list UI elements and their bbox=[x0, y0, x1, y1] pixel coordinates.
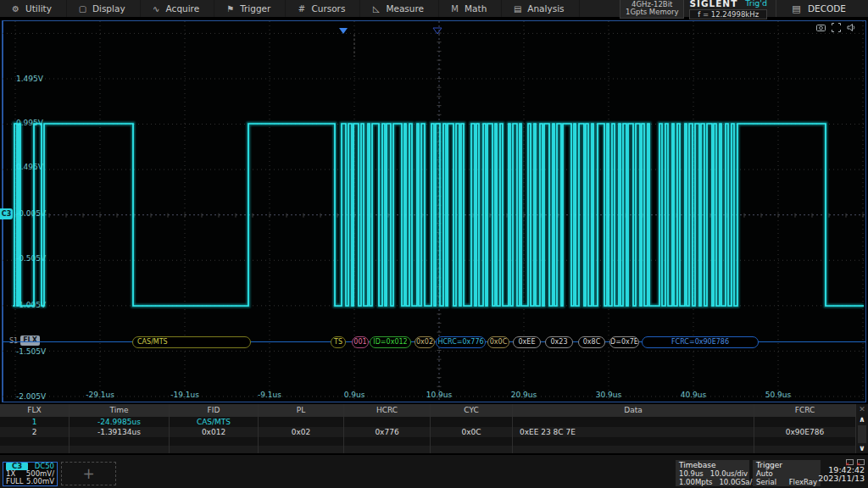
channel-descriptor-box[interactable]: C3 DC50 1X 500mV/ FULL 5.00mV bbox=[3, 462, 58, 486]
spec-box: 4GHz-12Bit 1Gpts Memory bbox=[620, 0, 684, 19]
cursors-icon: # bbox=[297, 4, 306, 14]
timebase-box[interactable]: Timebase 10.9us 10.0us/div 1.00Mpts 10.0… bbox=[676, 460, 749, 486]
column-header: FLX bbox=[0, 404, 70, 417]
table-cell: -1.39134us bbox=[70, 427, 170, 437]
time-label: 50.9us bbox=[765, 391, 792, 399]
column-header: FCRC bbox=[754, 404, 856, 417]
column-header: Time bbox=[70, 404, 170, 417]
analysis-icon: ▤ bbox=[513, 4, 522, 14]
table-cell: 0xEE 23 8C 7E bbox=[513, 427, 754, 437]
decode-button[interactable]: ▤ DECODE bbox=[776, 0, 868, 17]
add-channel-box[interactable]: + bbox=[61, 462, 116, 485]
menu-item-measure[interactable]: ◺Measure bbox=[360, 0, 439, 17]
menu-item-label: Measure bbox=[386, 3, 424, 14]
table-cell bbox=[344, 437, 431, 446]
camera-icon[interactable] bbox=[816, 23, 826, 32]
bus-segment: FCRC=0x90E786 bbox=[642, 336, 759, 348]
memory-depth: 1.00Mpts bbox=[679, 478, 712, 486]
decode-table: FLXTimeFIDPLHCRCCYCDataFCRC1-24.9985usCA… bbox=[0, 404, 868, 453]
table-cell bbox=[344, 417, 431, 427]
topbar-right: 4GHz-12Bit 1Gpts Memory SIGLENT Trig'd f… bbox=[620, 0, 868, 17]
bus-segment: CAS/MTS bbox=[132, 336, 251, 348]
speaker-icon[interactable] bbox=[847, 23, 856, 32]
timebase-scale: 10.0us/div bbox=[710, 469, 748, 478]
table-cell bbox=[344, 446, 431, 454]
channel-bandwidth: FULL bbox=[6, 478, 24, 485]
table-cell bbox=[513, 437, 754, 446]
clipboard-icon: ▤ bbox=[792, 3, 801, 14]
table-cell bbox=[754, 437, 856, 446]
column-header: HCRC bbox=[344, 404, 431, 417]
table-cell: 0x90E786 bbox=[754, 427, 856, 437]
table-header-row: FLXTimeFIDPLHCRCCYCDataFCRC bbox=[0, 404, 856, 417]
bus-segment: HCRC=0x776 bbox=[436, 336, 486, 348]
bus-segment: D=0x7E bbox=[609, 336, 639, 348]
brand-logo: SIGLENT bbox=[689, 0, 737, 8]
bus-segment: 0x02 bbox=[415, 336, 435, 348]
status-bar: C3 DC50 1X 500mV/ FULL 5.00mV + Timebase… bbox=[0, 454, 868, 488]
table-cell bbox=[259, 417, 344, 427]
table-cell: 0x0C bbox=[431, 427, 513, 437]
table-cell: 0x012 bbox=[170, 427, 259, 437]
bus-segment: 0xEE bbox=[513, 336, 541, 348]
display-icon: ▢ bbox=[78, 4, 87, 14]
timebase-delay: 10.9us bbox=[679, 469, 704, 478]
table-row[interactable]: 2-1.39134us0x0120x020x7760x0C0xEE 23 8C … bbox=[0, 427, 856, 437]
gear-icon: ⚙ bbox=[11, 4, 20, 14]
table-cell: 0x02 bbox=[259, 427, 344, 437]
time-label: 0.9us bbox=[344, 391, 365, 399]
table-cell bbox=[0, 437, 70, 446]
menu-item-display[interactable]: ▢Display bbox=[67, 0, 141, 17]
menu-item-label: Cursors bbox=[311, 3, 345, 14]
scroll-track[interactable] bbox=[858, 425, 866, 443]
acquire-icon: ∿ bbox=[152, 4, 161, 14]
table-cell bbox=[170, 437, 259, 446]
bus-segment: TS bbox=[331, 336, 346, 348]
lan-icon[interactable] bbox=[846, 459, 854, 465]
menu-item-utility[interactable]: ⚙Utility bbox=[0, 0, 67, 17]
scroll-down-icon[interactable]: ∨ bbox=[859, 444, 865, 453]
scroll-up-icon[interactable]: ∧ bbox=[859, 415, 865, 424]
time-label: 20.9us bbox=[511, 391, 537, 399]
table-cell bbox=[70, 437, 170, 446]
menu-item-analysis[interactable]: ▤Analysis bbox=[502, 0, 579, 17]
voltage-label: -1.505V bbox=[16, 347, 47, 356]
table-row[interactable] bbox=[0, 446, 856, 454]
table-cell: 0x776 bbox=[344, 427, 431, 437]
table-row[interactable] bbox=[0, 437, 856, 446]
table-cell bbox=[259, 446, 344, 454]
menu-item-label: Analysis bbox=[527, 3, 564, 14]
lan-icon[interactable] bbox=[857, 459, 865, 465]
clock: 19:42:42 2023/11/13 bbox=[807, 459, 865, 483]
sample-rate: 10.0GSa/s bbox=[719, 478, 755, 486]
menu-item-cursors[interactable]: #Cursors bbox=[286, 0, 360, 17]
channel-offset-badge[interactable]: C3 bbox=[0, 208, 13, 219]
spec-line-2: 1Gpts Memory bbox=[626, 8, 678, 17]
menu-item-acquire[interactable]: ∿Acquire bbox=[141, 0, 215, 17]
menu-item-trigger[interactable]: ⚑Trigger bbox=[214, 0, 286, 17]
time-label: 30.9us bbox=[596, 391, 622, 399]
menu-item-label: Trigger bbox=[240, 3, 270, 14]
brand-box: SIGLENT Trig'd f = 12.24998kHz bbox=[689, 0, 767, 19]
table-cell bbox=[754, 417, 856, 427]
table-cell: 1 bbox=[0, 417, 70, 427]
table-cell: -24.9985us bbox=[70, 417, 170, 427]
time-label: -9.1us bbox=[258, 391, 281, 399]
table-cell bbox=[259, 437, 344, 446]
column-header: FID bbox=[170, 404, 259, 417]
clock-date: 2023/11/13 bbox=[807, 474, 865, 483]
decode-button-label: DECODE bbox=[808, 3, 846, 14]
menu-item-math[interactable]: MMath bbox=[439, 0, 502, 17]
bus-type-badge[interactable]: FLX bbox=[20, 336, 40, 346]
decode-table-rows: FLXTimeFIDPLHCRCCYCDataFCRC1-24.9985usCA… bbox=[0, 404, 868, 453]
table-row[interactable]: 1-24.9985usCAS/MTS bbox=[0, 417, 856, 427]
oscilloscope-screen: ⚙Utility▢Display∿Acquire⚑Trigger#Cursors… bbox=[0, 0, 868, 488]
column-header: Data bbox=[513, 404, 754, 417]
trigger-mode: Auto bbox=[756, 469, 773, 478]
close-icon[interactable]: ✕ bbox=[859, 404, 865, 415]
bus-segment: 0x8C bbox=[578, 336, 605, 348]
menu-items: ⚙Utility▢Display∿Acquire⚑Trigger#Cursors… bbox=[0, 0, 580, 17]
plus-icon: + bbox=[82, 465, 94, 482]
fullscreen-icon[interactable] bbox=[832, 23, 841, 32]
time-label: 40.9us bbox=[681, 391, 707, 399]
